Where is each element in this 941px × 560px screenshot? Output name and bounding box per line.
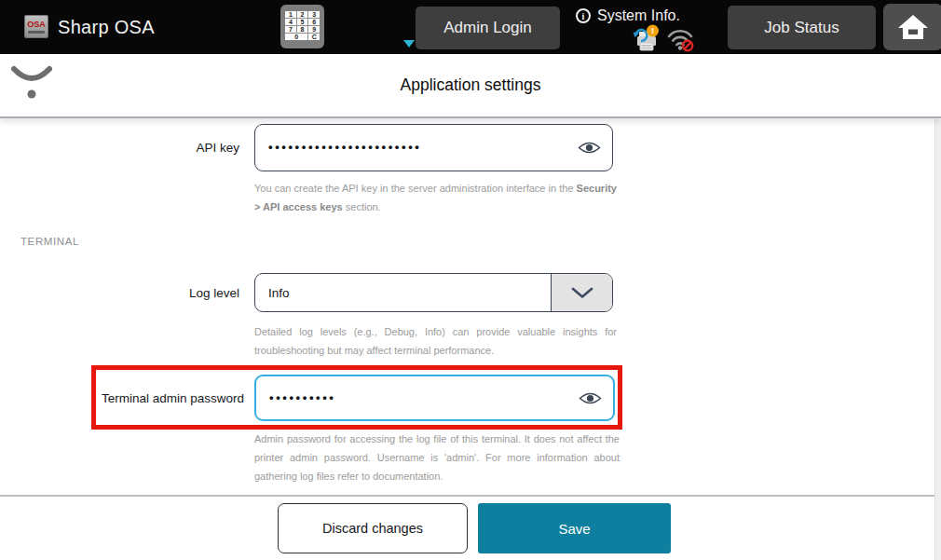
printer-status-icon: ! <box>630 24 660 52</box>
terminal-admin-password-help-text: Admin password for accessing the log fil… <box>254 430 620 485</box>
keypad-key: 6 <box>308 19 320 25</box>
keypad-key: 0 <box>285 34 307 40</box>
osa-logo-icon: OSA <box>24 15 48 38</box>
save-label: Save <box>558 521 590 537</box>
terminal-admin-password-input[interactable]: •••••••••• <box>254 375 615 421</box>
keypad-grid: 1 2 3 4 5 6 7 8 9 0 C <box>285 11 320 40</box>
keypad-icon[interactable]: 1 2 3 4 5 6 7 8 9 0 C <box>280 5 324 48</box>
keypad-key: 8 <box>297 26 308 33</box>
osa-logo-text: OSA <box>27 20 46 29</box>
job-status-button[interactable]: Job Status <box>728 6 876 49</box>
discard-changes-label: Discard changes <box>322 521 423 536</box>
scrollbar-track[interactable] <box>934 119 941 560</box>
log-level-select[interactable]: Info <box>254 273 613 312</box>
info-icon: i <box>576 8 591 23</box>
home-button[interactable] <box>883 4 941 50</box>
collapse-pulldown-icon[interactable] <box>7 61 56 101</box>
log-level-help-text: Detailed log levels (e.g., Debug, Info) … <box>254 322 617 360</box>
keypad-key: 3 <box>308 11 320 18</box>
keypad-key: 5 <box>297 19 308 25</box>
log-level-dropdown-button[interactable] <box>551 274 612 311</box>
system-info-label: System Info. <box>597 7 680 24</box>
terminal-admin-password-reveal-button[interactable] <box>579 390 602 406</box>
keypad-key: 4 <box>285 19 296 25</box>
keypad-key: 2 <box>297 11 308 18</box>
osa-logo-bar <box>28 31 45 34</box>
eye-icon <box>578 140 601 156</box>
admin-login-button[interactable]: Admin Login <box>416 7 560 49</box>
status-icons: ! <box>630 25 695 52</box>
api-key-label: API key <box>62 141 239 155</box>
keypad-key: C <box>308 34 320 40</box>
eye-icon <box>579 390 602 406</box>
chevron-down-icon <box>570 286 594 299</box>
page-title: Application settings <box>0 54 941 116</box>
api-key-input[interactable]: ••••••••••••••••••••••• <box>254 124 613 171</box>
sharp-osa-terminal-screen: OSA Sharp OSA 1 2 3 4 5 6 7 8 9 0 C Admi… <box>0 0 941 560</box>
keypad-key: 1 <box>285 11 296 18</box>
terminal-admin-password-masked-value: •••••••••• <box>269 390 336 404</box>
home-icon <box>896 12 930 42</box>
keypad-key: 9 <box>308 26 320 33</box>
keypad-key: 7 <box>285 26 296 33</box>
job-status-label: Job Status <box>764 19 839 37</box>
dropdown-triangle-icon[interactable] <box>403 40 415 48</box>
admin-login-label: Admin Login <box>443 19 532 37</box>
api-key-help-text: You can create the API key in the server… <box>254 179 617 216</box>
terminal-section-label: TERMINAL <box>20 236 79 247</box>
terminal-admin-password-label: Terminal admin password <box>62 391 244 405</box>
footer-divider <box>0 495 941 497</box>
log-level-value: Info <box>255 286 290 300</box>
app-title: Sharp OSA <box>58 0 155 54</box>
discard-changes-button[interactable]: Discard changes <box>278 503 468 553</box>
wifi-disabled-icon <box>666 27 694 52</box>
save-button[interactable]: Save <box>478 503 671 553</box>
top-bar: OSA Sharp OSA 1 2 3 4 5 6 7 8 9 0 C Admi… <box>0 0 941 54</box>
log-level-label: Log level <box>62 286 239 300</box>
api-key-masked-value: ••••••••••••••••••••••• <box>268 140 421 154</box>
svg-text:!: ! <box>651 25 654 35</box>
api-key-reveal-button[interactable] <box>578 140 601 156</box>
